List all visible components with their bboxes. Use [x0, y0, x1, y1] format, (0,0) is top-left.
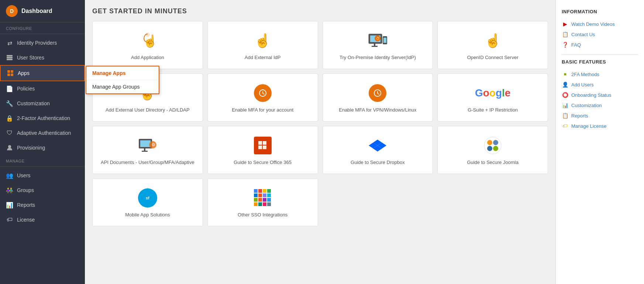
sidebar-item-policies[interactable]: 📄 Policies — [0, 81, 85, 96]
identity-providers-label: Identity Providers — [17, 40, 57, 46]
configure-section-label: Configure — [0, 23, 85, 32]
card-label-add-application: Add Application — [131, 55, 164, 61]
svg-rect-48 — [267, 202, 271, 206]
add-users-icon: 👤 — [562, 81, 568, 88]
sidebar-item-2fa[interactable]: 🔒 2-Factor Authentication — [0, 111, 85, 126]
card-gsuite[interactable]: Google G-Suite + IP Restriction — [437, 73, 548, 122]
card-openid-connect[interactable]: ☝ OpenID Connect Server — [437, 21, 548, 69]
card-api-docs[interactable]: ⚙ API Documents - User/Group/MFA/Adaptiv… — [92, 126, 203, 174]
watch-demo-label: Watch Demo Videos — [571, 21, 615, 27]
salesforce-logo: sf — [138, 188, 157, 208]
card-joomla[interactable]: Guide to Secure Joomla — [437, 126, 548, 174]
svg-point-28 — [484, 137, 501, 154]
link-contact-us[interactable]: 📋 Contact Us — [562, 29, 638, 40]
card-label-office365: Guide to Secure Office 365 — [234, 160, 292, 166]
users-label: Users — [17, 172, 31, 178]
link-customization[interactable]: 📊 Customization — [562, 100, 638, 110]
onboarding-label: Onboarding Status — [571, 92, 611, 98]
svg-rect-21 — [142, 151, 148, 152]
dropdown-manage-apps[interactable]: Manage Apps — [86, 66, 159, 80]
dashboard-title: Dashboard — [21, 8, 52, 14]
card-label-openid-connect: OpenID Connect Server — [467, 55, 519, 61]
card-label-mobile-apps: Mobile App Solutions — [125, 212, 170, 218]
card-add-external-idp[interactable]: ☝ Add External IdP — [207, 21, 318, 69]
card-label-mfa-account: Enable MFA for your account — [232, 107, 293, 113]
sidebar-item-reports[interactable]: 📊 Reports — [0, 198, 85, 212]
sidebar-item-adaptive-auth[interactable]: 🛡 Adaptive Authentication — [0, 126, 85, 140]
adaptive-auth-label: Adaptive Authentication — [17, 130, 71, 136]
reports-icon: 📊 — [6, 201, 13, 209]
card-icon-mobile-apps: sf — [137, 187, 159, 209]
link-watch-demo[interactable]: ▶ Watch Demo Videos — [562, 19, 638, 29]
customization-feature-label: Customization — [571, 103, 602, 108]
card-mfa-account[interactable]: Enable MFA for your account — [207, 73, 318, 122]
svg-rect-4 — [11, 70, 13, 73]
customization-label: Customization — [17, 100, 50, 106]
manage-license-label: Manage License — [571, 123, 606, 129]
svg-rect-26 — [258, 146, 262, 149]
card-other-sso[interactable]: Other SSO Integrations — [207, 178, 318, 226]
link-manage-license[interactable]: 🏷 Manage License — [562, 121, 638, 131]
svg-rect-12 — [374, 44, 375, 46]
svg-rect-13 — [372, 46, 378, 47]
svg-rect-44 — [267, 198, 271, 202]
card-mfa-vpn[interactable]: Enable MFA for VPN/Windows/Linux — [323, 73, 433, 122]
page-title: GET STARTED IN MINUTES — [92, 7, 548, 15]
users-icon: 👥 — [6, 172, 13, 179]
sidebar: D Dashboard Configure ⇄ Identity Provide… — [0, 0, 85, 284]
mfa-vpn-circle — [369, 84, 386, 102]
svg-rect-39 — [263, 194, 266, 197]
sidebar-item-groups[interactable]: 👫 Groups — [0, 183, 85, 198]
sidebar-item-customization[interactable]: 🔧 Customization — [0, 96, 85, 111]
card-icon-gsuite: Google — [482, 82, 504, 104]
card-label-gsuite: G-Suite + IP Restriction — [468, 107, 518, 113]
onboarding-icon: ⭕ — [562, 92, 568, 98]
provisioning-icon — [6, 144, 13, 151]
add-users-label: Add Users — [571, 82, 594, 88]
sidebar-item-license[interactable]: 🏷 License — [0, 212, 85, 227]
policies-icon: 📄 — [6, 85, 13, 92]
card-icon-on-premise: ⏱ — [366, 30, 389, 52]
sidebar-item-apps[interactable]: Apps Manage Apps Manage App Groups — [0, 65, 85, 81]
policies-label: Policies — [17, 86, 35, 92]
card-icon-joomla — [482, 134, 504, 157]
dropdown-manage-app-groups[interactable]: Manage App Groups — [86, 80, 159, 93]
right-panel: INFORMATION ▶ Watch Demo Videos 📋 Contac… — [555, 0, 644, 284]
svg-rect-34 — [258, 189, 262, 193]
card-office365[interactable]: Guide to Secure Office 365 — [207, 126, 318, 174]
link-reports[interactable]: 📋 Reports — [562, 110, 638, 121]
information-section-title: INFORMATION — [562, 9, 638, 14]
svg-point-7 — [8, 145, 11, 148]
svg-rect-35 — [263, 189, 266, 193]
sidebar-item-provisioning[interactable]: Provisioning — [0, 140, 85, 155]
card-mobile-apps[interactable]: sf Mobile App Solutions — [92, 178, 203, 226]
card-label-add-external-idp: Add External IdP — [245, 55, 281, 61]
faq-label: FAQ — [571, 42, 581, 48]
card-dropbox[interactable]: Guide to Secure Dropbox — [323, 126, 433, 174]
svg-rect-42 — [258, 198, 262, 202]
card-icon-openid-connect: ☝ — [482, 30, 504, 52]
sidebar-item-users[interactable]: 👥 Users — [0, 168, 85, 183]
svg-point-29 — [487, 140, 492, 145]
link-onboarding[interactable]: ⭕ Onboarding Status — [562, 90, 638, 100]
sidebar-item-identity-providers[interactable]: ⇄ Identity Providers — [0, 35, 85, 50]
2fa-icon: 🔒 — [6, 114, 13, 122]
svg-rect-25 — [263, 141, 266, 145]
manage-license-icon: 🏷 — [562, 123, 568, 129]
svg-rect-43 — [263, 198, 266, 202]
card-on-premise[interactable]: ⏱ Try On-Premise Identity Server(IdP) — [323, 21, 433, 69]
svg-text:⏱: ⏱ — [376, 37, 380, 41]
svg-rect-38 — [258, 194, 262, 197]
link-add-users[interactable]: 👤 Add Users — [562, 79, 638, 90]
card-add-application[interactable]: ☝ Add Application — [92, 21, 203, 69]
link-faq[interactable]: ❓ FAQ — [562, 40, 638, 50]
sidebar-item-user-stores[interactable]: User Stores — [0, 50, 85, 65]
link-2fa-methods[interactable]: ■ 2FA Methods — [562, 69, 638, 79]
svg-rect-40 — [267, 194, 271, 197]
card-icon-other-sso — [252, 187, 274, 209]
svg-rect-41 — [254, 198, 258, 202]
svg-rect-1 — [7, 57, 13, 58]
card-label-mfa-vpn: Enable MFA for VPN/Windows/Linux — [339, 107, 416, 113]
svg-rect-27 — [263, 146, 266, 149]
contact-us-label: Contact Us — [571, 32, 595, 37]
